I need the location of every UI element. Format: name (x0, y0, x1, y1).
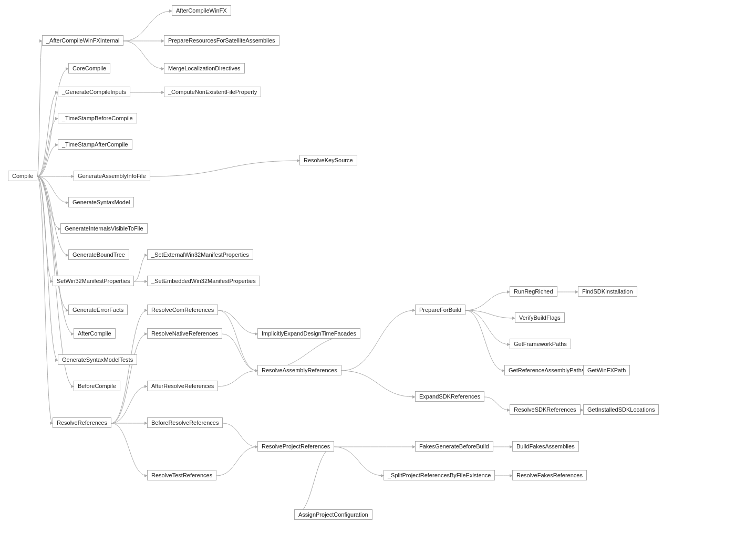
node-resolvekeysource: ResolveKeySource (299, 155, 357, 165)
node-resolvesdkreferences: ResolveSDKReferences (510, 404, 581, 415)
node-generatesyntaxmodel: GenerateSyntaxModel (68, 197, 134, 207)
node-resolveassemblyreferences: ResolveAssemblyReferences (257, 365, 341, 375)
node-resolvenativereferences: ResolveNativeReferences (147, 328, 222, 339)
diagram-container: CompileAfterCompileWinFX_AfterCompileWin… (0, 0, 756, 555)
node-resolvereferences: ResolveReferences (53, 417, 111, 428)
node-_timestampbeforecompile: _TimeStampBeforeCompile (58, 113, 137, 123)
node-fakesgeneratebeforebuild: FakesGenerateBeforeBuild (415, 441, 493, 452)
node-_setembeddedwin32manifestproperties: _SetEmbeddedWin32ManifestProperties (147, 276, 260, 286)
node-_timestampaftercompile: _TimeStampAfterCompile (58, 139, 132, 150)
node-mergelocalizationdirectives: MergeLocalizationDirectives (164, 63, 245, 74)
node-corecompile: CoreCompile (68, 63, 110, 74)
node-resolvetestreferences: ResolveTestReferences (147, 470, 216, 480)
node-compile: Compile (8, 171, 37, 181)
node-getinstalledsdklocations: GetInstalledSDKLocations (583, 404, 659, 415)
node-afterresolvereferences: AfterResolveReferences (147, 381, 218, 391)
node-setwin32manifestproperties: SetWin32ManifestProperties (53, 276, 134, 286)
node-_splitprojectreferencesbyfileexistence: _SplitProjectReferencesByFileExistence (384, 470, 495, 480)
node-generateassemblyinfofile: GenerateAssemblyInfoFile (74, 171, 150, 181)
node-assignprojectconfiguration: AssignProjectConfiguration (294, 509, 372, 520)
node-prepareforbuild: PrepareForBuild (415, 305, 465, 315)
node-_aftercompilewinfxinternal: _AfterCompileWinFXInternal (42, 35, 123, 46)
node-_generatecompileinputs: _GenerateCompileInputs (58, 87, 130, 97)
node-expandsdkreferences: ExpandSDKReferences (415, 391, 484, 402)
node-aftercompile: AfterCompile (74, 328, 116, 339)
node-_setexternalwin32manifestproperties: _SetExternalWin32ManifestProperties (147, 249, 253, 260)
node-prepareresourcesforsatelliteassemblies: PrepareResourcesForSatelliteAssemblies (164, 35, 279, 46)
node-generatesyntaxmodeltests: GenerateSyntaxModelTests (58, 354, 137, 365)
node-generateinternalsvisibletofile: GenerateInternalsVisibleToFile (60, 223, 148, 234)
node-runregriched: RunRegRiched (510, 286, 557, 297)
node-beforeresolvereferences: BeforeResolveReferences (147, 417, 223, 428)
node-buildfakesassemblies: BuildFakesAssemblies (512, 441, 579, 452)
node-getreferenceassemblypaths: GetReferenceAssemblyPaths (504, 365, 588, 375)
node-aftercompilewinfx: AfterCompileWinFX (172, 5, 231, 16)
node-resolveprojectreferences: ResolveProjectReferences (257, 441, 334, 452)
node-getwinfxpath: GetWinFXPath (583, 365, 630, 375)
node-resolvefakesreferences: ResolveFakesReferences (512, 470, 587, 480)
node-resolvecomreferences: ResolveComReferences (147, 305, 218, 315)
node-implicitlyexpanddesigntimefacades: ImplicitlyExpandDesignTimeFacades (257, 328, 360, 339)
node-generateboundtree: GenerateBoundTree (68, 249, 129, 260)
node-_computenonexistentfileproperty: _ComputeNonExistentFileProperty (164, 87, 261, 97)
node-verifybuildflags: VerifyBuildFlags (515, 312, 565, 323)
node-findsdkinstallation: FindSDKInstallation (578, 286, 637, 297)
node-getframeworkpaths: GetFrameworkPaths (510, 339, 571, 349)
node-generateerrorfacts: GenerateErrorFacts (68, 305, 128, 315)
node-beforecompile: BeforeCompile (74, 381, 120, 391)
